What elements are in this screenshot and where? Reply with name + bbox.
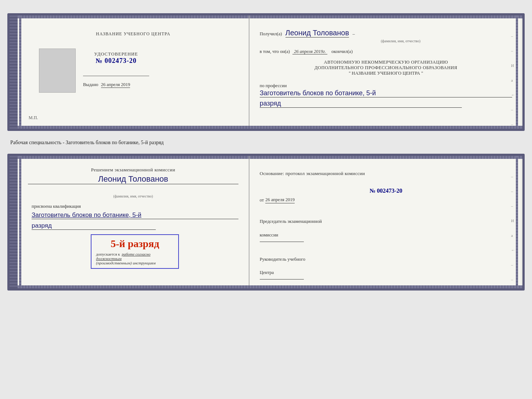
doc2-decision-text: Решением экзаменационной комиссии <box>91 167 175 172</box>
doc2-director-block: Руководитель учебного Центра <box>260 249 512 280</box>
doc2-protocol-block: № 002473-20 <box>260 182 512 194</box>
doc1-recipient-name: Леонид Толованов <box>285 29 349 38</box>
doc-spine-1 <box>10 15 18 129</box>
doc2-grade-box: 5-й разряд допускается к работе согласно… <box>91 234 179 269</box>
doc1-mp: М.П. <box>29 115 38 121</box>
doc2-right: Основание: протокол экзаменационной коми… <box>249 156 522 288</box>
doc1-profession-block: по профессии Заготовитель блоков по бота… <box>260 82 512 108</box>
doc1-profession-value: Заготовитель блоков по ботанике, 5-й <box>260 89 512 97</box>
doc1-cert-number: № 002473-20 <box>96 57 137 65</box>
doc1-cert-block: УДОСТОВЕРЕНИЕ № 002473-20 <box>83 51 149 65</box>
doc-card-1: НАЗВАНИЕ УЧЕБНОГО ЦЕНТРА УДОСТОВЕРЕНИЕ №… <box>7 13 525 131</box>
doc2-director-label2: Центра <box>260 269 512 276</box>
doc2-grade-number: 5-й разряд <box>96 238 174 250</box>
doc2-director-label: Руководитель учебного <box>260 256 512 263</box>
doc2-razryad-value: разряд <box>32 222 156 230</box>
separator-text: Рабочая специальность - Заготовитель бло… <box>10 138 163 147</box>
doc1-right: Получил(а) Леонид Толованов – (фамилия, … <box>249 15 522 129</box>
doc1-razryad-value: разряд <box>260 100 462 108</box>
doc2-grade-allows: допускается к работе согласно должностны… <box>96 252 174 261</box>
doc1-received-row: Получил(а) Леонид Толованов – <box>260 29 512 37</box>
doc-card-2: Решением экзаменационной комиссии Леонид… <box>7 154 525 291</box>
doc1-center-title: НАЗВАНИЕ УЧЕБНОГО ЦЕНТРА <box>96 31 170 36</box>
photo-placeholder <box>39 49 76 93</box>
doc1-issued-label: Выдано <box>83 82 98 87</box>
doc1-confirm-row: в том, что он(а) 26 апреля 2019г. окончи… <box>260 49 512 54</box>
doc1-issued-date: 26 апреля 2019 <box>101 82 130 88</box>
doc2-date-row: от 26 апреля 2019 <box>260 197 512 203</box>
doc1-cert-title: УДОСТОВЕРЕНИЕ <box>94 51 138 57</box>
doc2-left: Решением экзаменационной комиссии Леонид… <box>18 156 249 288</box>
doc2-decision-block: Решением экзаменационной комиссии Леонид… <box>28 166 238 199</box>
doc2-right-deco: – – – И а ← – – – <box>511 174 515 291</box>
doc1-photo-row: УДОСТОВЕРЕНИЕ № 002473-20 Выдано 26 апре… <box>28 42 238 93</box>
doc2-basis-block: Основание: протокол экзаменационной коми… <box>260 170 512 177</box>
doc1-confirm-text: в том, что он(а) <box>260 49 290 54</box>
doc2-basis-text: Основание: протокол экзаменационной коми… <box>260 171 365 176</box>
doc1-org-line2: ДОПОЛНИТЕЛЬНОГО ПРОФЕССИОНАЛЬНОГО ОБРАЗО… <box>260 65 512 71</box>
page-wrapper: НАЗВАНИЕ УЧЕБНОГО ЦЕНТРА УДОСТОВЕРЕНИЕ №… <box>7 7 525 296</box>
doc1-left: НАЗВАНИЕ УЧЕБНОГО ЦЕНТРА УДОСТОВЕРЕНИЕ №… <box>18 15 249 129</box>
doc1-name-subtext: (фамилия, имя, отчество) <box>381 39 420 43</box>
doc1-received-label: Получил(а) <box>260 31 282 36</box>
separator-label: Рабочая специальность - Заготовитель бло… <box>7 138 525 147</box>
doc1-org-line1: АВТОНОМНУЮ НЕКОММЕРЧЕСКУЮ ОРГАНИЗАЦИЮ <box>260 60 512 65</box>
doc2-chairman-sig-line <box>260 242 304 242</box>
doc1-org-block: АВТОНОМНУЮ НЕКОММЕРЧЕСКУЮ ОРГАНИЗАЦИЮ ДО… <box>260 60 512 76</box>
doc2-qual-value: Заготовитель блоков по ботанике, 5-й <box>32 211 238 219</box>
doc2-allows-label: допускается к <box>96 252 120 256</box>
doc2-chairman-label: Председатель экзаменационной <box>260 218 512 225</box>
doc2-name-subtext: (фамилия, имя, отчество) <box>113 194 153 198</box>
doc2-name-hw: Леонид Толованов <box>28 174 238 184</box>
doc2-allows-instructions: (производственным) инструкциям <box>96 261 174 265</box>
doc1-right-deco: – – И а ← – – – – <box>511 34 515 131</box>
doc1-confirm-end: окончил(а) <box>331 49 353 54</box>
doc2-date-value: 26 апреля 2019 <box>265 197 295 203</box>
doc-spine-2 <box>10 156 18 288</box>
doc2-date-prefix: от <box>260 197 264 203</box>
doc2-chairman-block: Председатель экзаменационной комиссии <box>260 211 512 242</box>
doc2-protocol-number: № 002473-20 <box>260 188 512 194</box>
doc2-assigned-block: присвоена квалификация Заготовитель блок… <box>28 203 238 230</box>
doc1-org-line3: " НАЗВАНИЕ УЧЕБНОГО ЦЕНТРА " <box>260 71 512 76</box>
doc1-confirm-date: 26 апреля 2019г. <box>292 49 327 54</box>
doc2-assigned-text: присвоена квалификация <box>32 204 81 209</box>
doc2-chairman-label2: комиссии <box>260 232 512 239</box>
doc2-director-sig-line <box>260 279 304 279</box>
doc1-profession-label: по профессии <box>260 83 287 88</box>
